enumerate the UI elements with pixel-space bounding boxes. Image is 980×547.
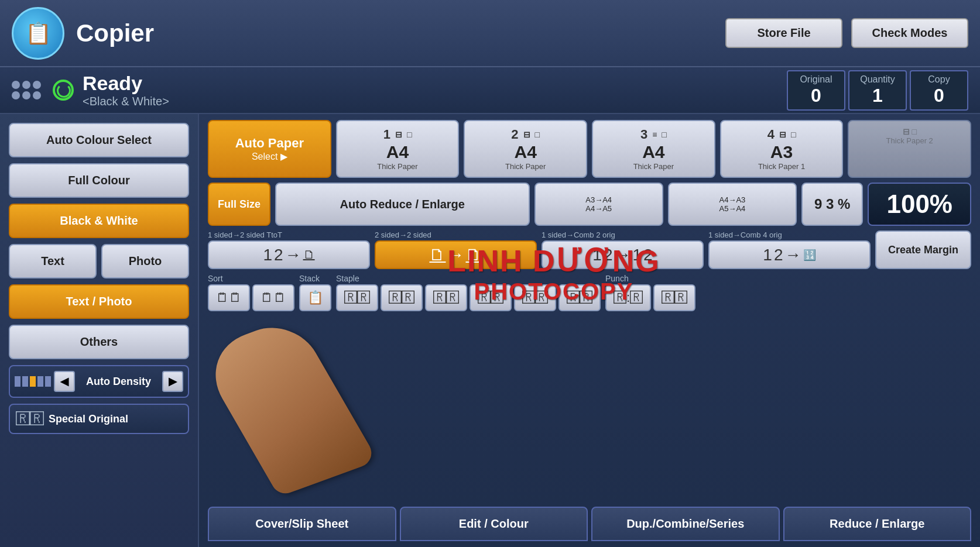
tray4-size: A3 [727,142,837,162]
tray5-desc: Thick Paper 2 [855,136,964,145]
tray3-number: 3 ≡ □ [599,127,708,142]
paper-trays: Auto Paper Select ▶ 1 ⊟ □ A4 Thick Paper… [208,120,971,178]
quantity-value: 1 [858,85,897,106]
punch-btn1[interactable]: 🅁:🅁 [605,284,651,311]
staple-label: Staple [336,274,601,283]
original-label: Original [797,74,835,85]
tray2-button[interactable]: 2 ⊟ □ A4 Thick Paper [464,120,587,178]
store-file-button[interactable]: Store File [725,18,842,48]
preset-size2-button[interactable]: A4→A3 A5→A4 [668,183,797,226]
duplex-label2: 2 sided→2 sided [375,231,537,239]
special-original-button[interactable]: 🅁🅁 Special Original [9,404,189,434]
main-area: Auto Colour Select Full Colour Black & W… [0,114,980,547]
full-colour-button[interactable]: Full Colour [9,163,189,198]
ready-indicator [53,80,74,101]
duplex-btn1[interactable]: 12→🗋 [208,240,370,269]
tray4-number: 4 ⊟ □ [727,127,837,142]
auto-colour-select-button[interactable]: Auto Colour Select [9,123,189,157]
header: 📋 Copier Store File Check Modes [0,0,980,67]
punch-label: Punch [605,274,695,283]
tray1-button[interactable]: 1 ⊟ □ A4 Thick Paper [336,120,460,178]
duplex-label1: 1 sided→2 sided TtoT [208,231,370,239]
sort-btn2[interactable]: 🗒🗒 [252,284,294,311]
tray1-desc: Thick Paper [343,162,453,171]
duplex-comb4: 1 sided→Comb 4 orig 12→🔢 [708,231,871,269]
create-margin-button[interactable]: Create Margin [875,231,971,269]
mode-label: <Black & White> [83,95,787,108]
cover-slip-sheet-tab[interactable]: Cover/Slip Sheet [208,507,396,541]
copy-value: 0 [920,85,958,106]
duplex-label3: 1 sided→Comb 2 orig [542,231,704,239]
full-size-button[interactable]: Full Size [208,183,270,226]
dot4 [12,91,20,99]
special-original-icon: 🅁🅁 [16,411,44,427]
density-left-arrow[interactable]: ◀ [54,371,75,392]
sort-label: Sort [208,274,294,283]
density-bar [15,376,51,387]
dot5 [22,91,30,99]
duplex-section: 1 sided→2 sided TtoT 12→🗋 2 sided→2 side… [208,231,971,269]
text-photo-button[interactable]: Text / Photo [9,284,189,319]
staple-btn3[interactable]: 🅁🅁 [425,284,467,311]
staple-btn5[interactable]: 🅁🅁 [514,284,556,311]
duplex-icon2: 🗋→🗋 [381,245,531,264]
sort-section: Sort 🗒🗒 🗒🗒 [208,274,294,311]
punch-btn2[interactable]: 🅁🅁 [653,284,695,311]
staple-btn6[interactable]: 🅁🅁 [558,284,601,311]
copier-screen: 📋 Copier Store File Check Modes Ready <B… [0,0,980,547]
percent-93-button[interactable]: 9 3 % [801,183,863,226]
tray5-number: ⊟ □ [855,127,964,136]
others-button[interactable]: Others [9,325,189,359]
photo-button[interactable]: Photo [101,244,189,278]
text-button[interactable]: Text [9,244,97,278]
ready-label: Ready [83,72,787,95]
stack-section: Stack 📋 [299,274,331,311]
status-text: Ready <Black & White> [83,72,787,108]
check-modes-button[interactable]: Check Modes [851,18,968,48]
black-white-button[interactable]: Black & White [9,204,189,238]
auto-reduce-enlarge-button[interactable]: Auto Reduce / Enlarge [275,183,530,226]
duplex-btn4[interactable]: 12→🔢 [708,240,871,269]
tray3-size: A4 [599,142,708,162]
dot2 [22,81,30,89]
text-photo-row: Text Photo [9,244,189,278]
auto-paper-arrow: Select ▶ [215,151,324,162]
auto-paper-label: Auto Paper [215,136,324,151]
tray3-desc: Thick Paper [599,162,708,171]
duplex-btn2[interactable]: 🗋→🗋 [375,240,537,269]
tray2-size: A4 [471,142,580,162]
duplex-comb2: 1 sided→Comb 2 orig 12→12 [542,231,704,269]
tray1-size: A4 [343,142,453,162]
tray2-number: 2 ⊟ □ [471,127,580,142]
sidebar: Auto Colour Select Full Colour Black & W… [0,114,199,547]
percent-100-button[interactable]: 100% [868,183,971,226]
duplex-btn3[interactable]: 12→12 [542,240,704,269]
dup-combine-tab[interactable]: Dup./Combine/Series [591,507,780,541]
edit-colour-tab[interactable]: Edit / Colour [400,507,588,541]
preset2-text2: A5→A4 [674,204,791,213]
auto-paper-select-button[interactable]: Auto Paper Select ▶ [208,120,331,178]
tray5-button[interactable]: ⊟ □ Thick Paper 2 [848,120,971,178]
preset-size1-button[interactable]: A3→A4 A4→A5 [534,183,663,226]
bottom-tabs: Cover/Slip Sheet Edit / Colour Dup./Comb… [208,507,971,541]
quantity-label: Quantity [858,74,897,85]
stack-buttons: 📋 [299,284,331,311]
original-counter: Original 0 [787,70,845,111]
sort-btn1[interactable]: 🗒🗒 [208,284,250,311]
staple-btn1[interactable]: 🅁🅁 [336,284,378,311]
content-area: Auto Paper Select ▶ 1 ⊟ □ A4 Thick Paper… [199,114,980,547]
staple-btn2[interactable]: 🅁🅁 [381,284,423,311]
tray3-button[interactable]: 3 ≡ □ A4 Thick Paper [592,120,715,178]
sort-buttons: 🗒🗒 🗒🗒 [208,284,294,311]
reduce-enlarge-tab[interactable]: Reduce / Enlarge [783,507,972,541]
density-right-arrow[interactable]: ▶ [162,371,183,392]
staple-btn4[interactable]: 🅁🅁 [470,284,512,311]
seg4 [37,376,43,387]
staple-buttons: 🅁🅁 🅁🅁 🅁🅁 🅁🅁 🅁🅁 🅁🅁 [336,284,601,311]
logo-icon: 📋 [25,21,52,46]
preset1-text1: A3→A4 [540,195,657,204]
app-logo: 📋 [12,7,64,60]
stack-btn1[interactable]: 📋 [299,284,331,311]
tray4-button[interactable]: 4 ⊟ □ A3 Thick Paper 1 [720,120,844,178]
dot6 [33,91,41,99]
